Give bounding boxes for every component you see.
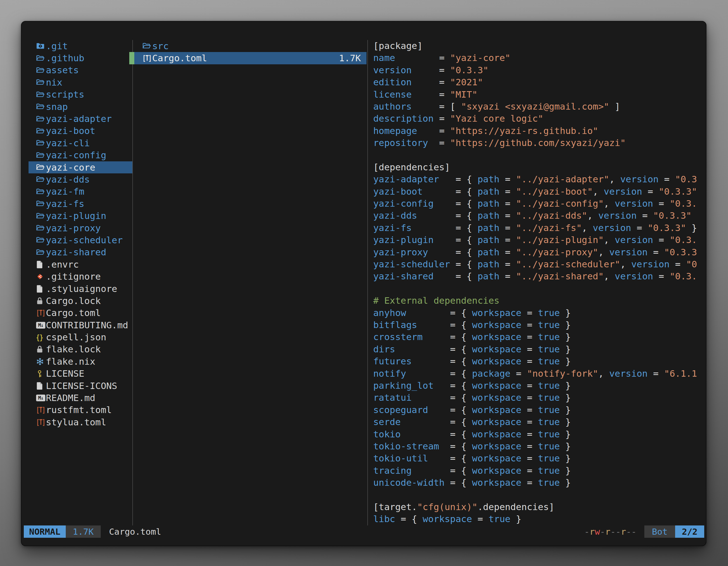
token-key: crossterm — [373, 332, 423, 342]
file-item-yazi-shared[interactable]: yazi-shared — [29, 247, 132, 259]
token-pr: r — [590, 527, 595, 537]
preview-pane[interactable]: [package]name = "yazi-core"version = "0.… — [373, 40, 705, 525]
token-str: "../yazi-plugin" — [516, 235, 604, 245]
token-fg: = — [522, 307, 538, 318]
icon-box — [36, 115, 45, 123]
file-item-.envrc[interactable]: .envrc — [29, 259, 132, 271]
file-item-snap[interactable]: snap — [29, 101, 132, 113]
token-fg: = — [510, 368, 527, 379]
file-item-.github[interactable]: .github — [29, 52, 132, 64]
code-line — [373, 489, 705, 501]
token-key: true — [538, 356, 560, 366]
open-folder-icon — [36, 55, 45, 62]
file-item-cargo.toml[interactable]: [T]Cargo.toml — [29, 307, 132, 319]
token-fg: = — [412, 77, 450, 88]
markdown-icon: M↓ — [36, 322, 45, 328]
token-fg: = — [499, 259, 516, 270]
file-item-cargo.lock[interactable]: Cargo.lock — [29, 295, 132, 307]
token-fg: = { — [434, 235, 478, 245]
token-fg: = — [499, 198, 516, 209]
token-fg: , — [620, 259, 631, 270]
icon-box: M↓ — [36, 322, 45, 328]
token-fg: = — [417, 126, 450, 136]
json-braces-icon: {} — [36, 333, 43, 342]
open-folder-icon — [36, 249, 45, 256]
cursor-position-badge: 2/2 — [675, 525, 704, 538]
file-item-yazi-boot[interactable]: yazi-boot — [29, 125, 132, 137]
file-item-yazi-config[interactable]: yazi-config — [29, 149, 132, 161]
file-item-flake.nix[interactable]: flake.nix — [29, 355, 132, 367]
file-label: Cargo.toml — [152, 53, 207, 64]
file-item-cspell.json[interactable]: {}cspell.json — [29, 331, 132, 343]
token-str: "sxyazi <sxyazi@gmail.com>" — [461, 101, 609, 112]
code-line: authors = [ "sxyazi <sxyazi@gmail.com>" … — [373, 101, 705, 113]
file-item-readme.md[interactable]: M↓README.md — [29, 392, 132, 404]
icon-box — [36, 285, 45, 293]
file-label: yazi-adapter — [46, 114, 112, 124]
token-fg: } — [560, 453, 571, 464]
code-line: scopeguard = { workspace = true } — [373, 404, 705, 416]
token-key: edition — [373, 77, 412, 88]
file-item-cargo.toml[interactable]: [T]Cargo.toml1.7K — [134, 52, 367, 64]
token-key: workspace — [472, 429, 522, 440]
file-item-flake.lock[interactable]: flake.lock — [29, 343, 132, 355]
file-item-rustfmt.toml[interactable]: [T]rustfmt.toml — [29, 404, 132, 416]
file-item-yazi-cli[interactable]: yazi-cli — [29, 137, 132, 149]
code-line: yazi-plugin = { path = "../yazi-plugin",… — [373, 234, 705, 246]
token-str: "0.3 — [675, 174, 697, 185]
icon-box — [36, 224, 45, 232]
token-fg: = { — [417, 210, 478, 221]
token-fg: , — [587, 210, 598, 221]
file-item-contributing.md[interactable]: M↓CONTRIBUTING.md — [29, 319, 132, 331]
token-key: homepage — [373, 126, 417, 136]
file-item-.gitignore[interactable]: .gitignore — [29, 271, 132, 283]
parent-directory-pane[interactable]: .git.githubassetsnixscriptssnapyazi-adap… — [29, 40, 132, 428]
file-item-yazi-core[interactable]: yazi-core — [29, 161, 132, 173]
file-item-assets[interactable]: assets — [29, 64, 132, 76]
code-line: license = "MIT" — [373, 89, 705, 101]
file-item-nix[interactable]: nix — [29, 76, 132, 88]
token-key: anyhow — [373, 307, 406, 318]
token-key: true — [538, 392, 560, 403]
file-item-yazi-proxy[interactable]: yazi-proxy — [29, 222, 132, 234]
file-item-yazi-adapter[interactable]: yazi-adapter — [29, 113, 132, 125]
code-line: yazi-proxy = { path = "../yazi-proxy", v… — [373, 247, 705, 259]
file-item-yazi-fm[interactable]: yazi-fm — [29, 186, 132, 198]
icon-box: [T] — [36, 309, 45, 317]
file-item-.styluaignore[interactable]: .styluaignore — [29, 283, 132, 295]
code-line: version = "0.3.3" — [373, 64, 705, 76]
token-key: authors — [373, 101, 412, 112]
icon-box — [36, 382, 45, 390]
file-item-.git[interactable]: .git — [29, 40, 132, 52]
lock-icon — [36, 345, 43, 353]
token-dim: - — [584, 527, 590, 537]
icon-box — [36, 297, 45, 305]
code-line: libc = { workspace = true } — [373, 513, 705, 525]
file-item-stylua.toml[interactable]: [T]stylua.toml — [29, 416, 132, 428]
token-key: true — [538, 417, 560, 427]
icon-box — [36, 212, 45, 220]
file-item-yazi-fs[interactable]: yazi-fs — [29, 198, 132, 210]
token-key: serde — [373, 417, 401, 427]
file-item-license-icons[interactable]: LICENSE-ICONS — [29, 380, 132, 392]
token-fg: = — [472, 514, 489, 524]
toml-icon: [T] — [36, 418, 45, 426]
nix-snowflake-icon — [36, 358, 44, 365]
file-item-license[interactable]: LICENSE — [29, 368, 132, 380]
file-item-yazi-dds[interactable]: yazi-dds — [29, 173, 132, 186]
token-fg: = — [522, 319, 538, 330]
current-directory-pane[interactable]: src[T]Cargo.toml1.7K — [134, 40, 367, 64]
file-item-scripts[interactable]: scripts — [29, 89, 132, 101]
token-fg: = { — [428, 247, 478, 258]
file-item-src[interactable]: src — [134, 40, 367, 52]
icon-box — [36, 42, 45, 50]
token-fg: = — [522, 429, 538, 440]
file-item-yazi-plugin[interactable]: yazi-plugin — [29, 210, 132, 222]
code-line: tokio-util = { workspace = true } — [373, 452, 705, 464]
token-key: description — [373, 113, 434, 124]
token-fg: = — [499, 223, 516, 233]
icon-box — [36, 249, 45, 256]
file-item-yazi-scheduler[interactable]: yazi-scheduler — [29, 234, 132, 246]
token-fg: } — [560, 429, 571, 440]
icon-box: M↓ — [36, 394, 45, 401]
